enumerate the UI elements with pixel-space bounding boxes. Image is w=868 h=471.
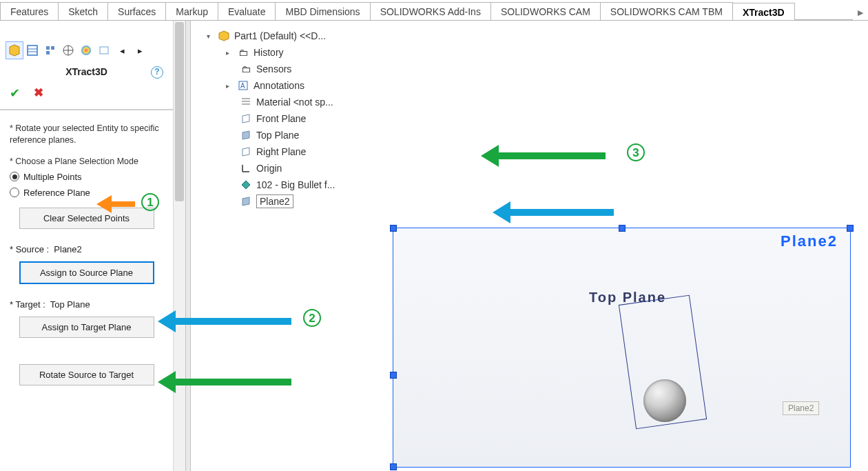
annotation-arrow-3 (481, 145, 606, 167)
feature-tree: ▾ Part1 (Default) <<D... ▸🗀History 🗀Sens… (207, 28, 335, 210)
tree-item-right-plane[interactable]: Right Plane (207, 143, 335, 160)
tree-label: 102 - Big Bullet f... (256, 179, 335, 190)
tab-solidworks-cam[interactable]: SOLIDWORKS CAM (490, 2, 601, 20)
instruction-rotate: * Rotate your selected Entity to specifi… (4, 110, 169, 152)
radio-label: Multiple Points (23, 172, 82, 182)
tab-features[interactable]: Features (0, 2, 59, 20)
tab-solidworks-addins[interactable]: SOLIDWORKS Add-Ins (370, 2, 491, 20)
svg-rect-3 (46, 46, 50, 50)
tree-label: Material <not sp... (256, 97, 333, 108)
annotation-arrow-target (158, 371, 291, 393)
radio-multiple-points[interactable]: Multiple Points (4, 169, 169, 185)
tree-item-front-plane[interactable]: Front Plane (207, 110, 335, 127)
tree-item-annotations[interactable]: ▸AAnnotations (207, 77, 335, 94)
instruction-choose-mode: * Choose a Plane Selection Mode (4, 152, 169, 169)
tree-item-history[interactable]: ▸🗀History (207, 44, 335, 61)
rotate-source-to-target-button[interactable]: Rotate Source to Target (19, 364, 154, 385)
tab-mbd-dimensions[interactable]: MBD Dimensions (275, 2, 370, 20)
plane-name-badge: Plane2 (783, 401, 819, 415)
annotation-arrow-tree-blue (493, 201, 614, 223)
annotation-icon: A (237, 79, 249, 92)
cancel-x-icon[interactable]: ✖ (34, 86, 43, 101)
assign-to-target-plane-button[interactable]: Assign to Target Plane (19, 317, 154, 338)
panel-title: XTract3D ? (4, 61, 169, 81)
plane-handle[interactable] (847, 225, 854, 232)
fm-tab-config-icon[interactable] (41, 41, 59, 59)
plane-icon (240, 129, 252, 141)
target-label-row: * Target : Top Plane (4, 287, 169, 310)
annotation-number-1: 1 (141, 193, 159, 211)
fm-tab-property-icon[interactable] (23, 41, 41, 59)
fm-tab-feature-tree-icon[interactable] (6, 41, 23, 59)
svg-point-9 (81, 46, 91, 55)
tree-item-top-plane[interactable]: Top Plane (207, 127, 335, 143)
tab-overflow-chevron-icon[interactable]: ▶ (853, 6, 868, 20)
panel-scrollbar[interactable] (173, 21, 185, 471)
plane-icon (240, 146, 252, 158)
tree-label: Top Plane (256, 130, 299, 141)
tree-root[interactable]: ▾ Part1 (Default) <<D... (207, 28, 335, 44)
radio-label: Reference Plane (23, 188, 90, 198)
tree-item-origin[interactable]: Origin (207, 160, 335, 177)
expand-icon[interactable]: ▾ (207, 32, 214, 40)
splitter-handle[interactable] (186, 21, 191, 471)
fm-tab-overflow-left-icon[interactable]: ◂ (113, 41, 131, 59)
tree-label: Sensors (256, 63, 291, 74)
plane-handle[interactable] (619, 225, 626, 232)
svg-rect-0 (28, 46, 37, 55)
annotation-number-3: 3 (627, 143, 645, 161)
plane-icon (240, 195, 252, 208)
annotation-arrow-2 (158, 310, 291, 332)
plane-handle[interactable] (390, 463, 397, 470)
fm-tab-dim-icon[interactable] (59, 41, 77, 59)
bullet-mesh-body[interactable] (643, 379, 686, 422)
tab-xtract3d[interactable]: XTract3D (732, 3, 795, 21)
tree-label: Origin (256, 163, 282, 174)
svg-text:A: A (240, 82, 245, 90)
help-icon[interactable]: ? (151, 66, 163, 79)
plane2-label: Plane2 (781, 232, 838, 250)
tab-markup[interactable]: Markup (165, 2, 218, 20)
fm-tab-more-icon[interactable] (95, 41, 113, 59)
tree-item-mesh-body[interactable]: 102 - Big Bullet f... (207, 177, 335, 193)
property-manager-panel: ◂ ▸ XTract3D ? ✔ ✖ * Rotate your selecte… (0, 21, 186, 471)
tree-label: History (254, 47, 284, 58)
tree-item-sensors[interactable]: 🗀Sensors (207, 61, 335, 77)
tree-label: Front Plane (256, 113, 306, 124)
sensor-icon: 🗀 (240, 63, 252, 75)
svg-rect-10 (100, 47, 108, 54)
tab-evaluate[interactable]: Evaluate (218, 2, 276, 20)
annotation-number-2: 2 (303, 309, 321, 327)
tree-root-label: Part1 (Default) <<D... (234, 30, 326, 41)
tree-label: Right Plane (256, 146, 306, 157)
ok-check-icon[interactable]: ✔ (10, 86, 20, 101)
assign-to-source-plane-button[interactable]: Assign to Source Plane (19, 261, 154, 284)
tree-label: Annotations (254, 80, 304, 91)
tree-label: Plane2 (256, 194, 293, 208)
source-label-row: * Source : Plane2 (4, 232, 169, 254)
tree-item-plane2[interactable]: Plane2 (207, 193, 335, 210)
plane-icon (240, 112, 252, 125)
part-icon (218, 30, 230, 42)
expand-icon[interactable]: ▸ (226, 49, 233, 57)
mesh-icon (240, 179, 252, 191)
tab-surfaces[interactable]: Surfaces (107, 2, 166, 20)
graphics-area[interactable]: ▾ Part1 (Default) <<D... ▸🗀History 🗀Sens… (186, 21, 868, 471)
plane-handle[interactable] (390, 225, 397, 232)
feature-manager-tabs: ◂ ▸ (4, 37, 169, 61)
plane-handle[interactable] (390, 372, 397, 379)
command-manager-tabstrip: Features Sketch Surfaces Markup Evaluate… (0, 0, 868, 21)
material-icon (240, 96, 252, 108)
radio-icon (10, 172, 19, 181)
fm-tab-overflow-right-icon[interactable]: ▸ (131, 41, 149, 59)
expand-icon[interactable]: ▸ (226, 82, 233, 90)
radio-icon (10, 188, 19, 197)
svg-rect-4 (51, 46, 54, 50)
svg-marker-18 (242, 181, 250, 189)
tab-sketch[interactable]: Sketch (58, 2, 108, 20)
origin-icon (240, 162, 252, 174)
tree-item-material[interactable]: Material <not sp... (207, 94, 335, 110)
plane2-outline[interactable]: Plane2 (393, 228, 851, 468)
tab-solidworks-cam-tbm[interactable]: SOLIDWORKS CAM TBM (600, 2, 733, 20)
fm-tab-appearance-icon[interactable] (77, 41, 95, 59)
